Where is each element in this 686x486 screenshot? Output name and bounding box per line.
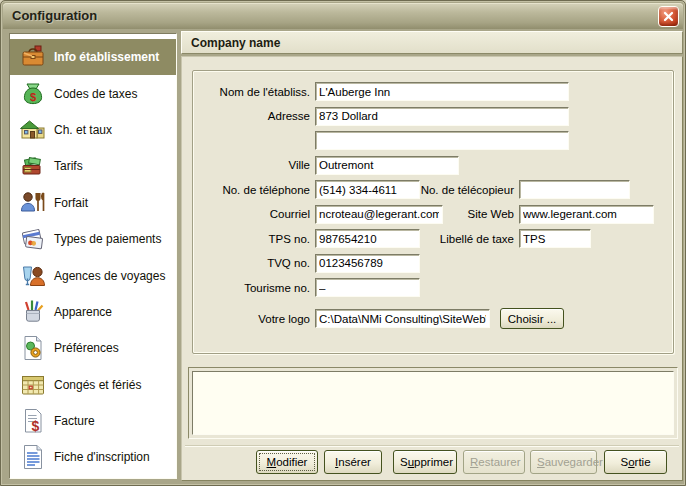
person-cutlery-icon [18, 188, 48, 218]
company-info-groupbox: Nom de l'établiss.AdresseVilleNo. de tél… [192, 70, 674, 354]
sortie-button[interactable]: Sortie [604, 450, 667, 474]
sidebar-item-label: Préférences [54, 341, 119, 355]
sidebar-item-label: Agences de voyages [54, 269, 165, 283]
form-row-nom: Nom de l'établiss. [193, 82, 673, 101]
sidebar-item-label: Facture [54, 414, 95, 428]
panel-header-title: Company name [191, 36, 280, 50]
label-nom: Nom de l'établiss. [193, 86, 315, 98]
input-tvq[interactable] [315, 254, 420, 273]
person-glass-icon [18, 261, 48, 291]
calendar-icon [18, 370, 48, 400]
form-row-telephone: No. de téléphoneNo. de télécopieur [193, 180, 673, 199]
label-siteweb: Site Web [329, 208, 519, 220]
label-libelle: Libellé de taxe [329, 233, 519, 245]
configuration-window: Configuration Info établissement$Codes d… [0, 0, 686, 486]
label-telephone: No. de téléphone [193, 184, 315, 196]
label-logo: Votre logo [193, 313, 315, 325]
sidebar-item-label: Ch. et taux [54, 123, 112, 137]
input-nom[interactable] [315, 82, 569, 101]
form-page-icon [18, 442, 48, 472]
form-row-tourisme: Tourisme no. [193, 278, 673, 297]
sidebar-nav: Info établissement$Codes de taxesCh. et … [9, 33, 177, 479]
input-tourisme[interactable] [315, 278, 420, 297]
form-subrow-siteweb: Site Web [329, 205, 654, 224]
window-title: Configuration [12, 8, 97, 23]
sidebar-item-briefcase[interactable]: Info établissement [10, 39, 176, 75]
sidebar-item-label: Codes de taxes [54, 87, 137, 101]
supprimer-button[interactable]: Supprimer [393, 450, 457, 474]
inserer-button[interactable]: Insérer [324, 450, 382, 474]
label-ville: Ville [193, 159, 315, 171]
invoice-icon: $ [18, 406, 48, 436]
form-subrow-telecopieur: No. de télécopieur [329, 180, 630, 199]
input-ville[interactable] [315, 156, 459, 175]
notes-box[interactable] [192, 371, 674, 435]
sidebar-item-house[interactable]: Ch. et taux [10, 112, 176, 148]
money-bag-icon: $ [18, 79, 48, 109]
sidebar-item-label: Info établissement [54, 50, 159, 64]
notes-panel [188, 367, 678, 439]
input-adresse[interactable] [315, 107, 569, 126]
house-icon [18, 115, 48, 145]
svg-text:$: $ [30, 90, 36, 102]
sidebar-item-form-page[interactable]: Fiche d'inscription [10, 439, 176, 475]
close-button[interactable] [658, 6, 679, 27]
modifier-button[interactable]: Modifier [256, 450, 318, 474]
sidebar-item-label: Types de paiements [54, 232, 161, 246]
input-siteweb[interactable] [519, 205, 654, 224]
choisir-button[interactable]: Choisir ... [500, 308, 564, 329]
label-tvq: TVQ no. [193, 257, 315, 269]
pencil-cup-icon [18, 297, 48, 327]
sidebar-item-cash-box[interactable]: Tarifs [10, 148, 176, 184]
sauvegarder-button[interactable]: Sauvegarder [530, 450, 597, 474]
svg-text:$: $ [32, 418, 40, 434]
sidebar-item-invoice[interactable]: $Facture [10, 403, 176, 439]
label-telecopieur: No. de télécopieur [329, 184, 519, 196]
titlebar[interactable]: Configuration [3, 3, 683, 29]
form-row-adresse2 [193, 131, 673, 150]
button-separator [185, 445, 679, 447]
sidebar-item-label: Fiche d'inscription [54, 450, 150, 464]
label-tourisme: Tourisme no. [193, 282, 315, 294]
form-subrow-libelle: Libellé de taxe [329, 229, 591, 248]
input-adresse2[interactable] [315, 131, 569, 150]
sidebar-item-money-bag[interactable]: $Codes de taxes [10, 75, 176, 111]
form-row-tvq: TVQ no. [193, 254, 673, 273]
sidebar-item-label: Tarifs [54, 159, 83, 173]
cash-box-icon [18, 151, 48, 181]
sidebar-item-label: Congés et fériés [54, 378, 141, 392]
input-libelle[interactable] [519, 229, 591, 248]
sidebar-item-label: Apparence [54, 305, 112, 319]
sidebar-item-page-gear[interactable]: Préférences [10, 330, 176, 366]
panel-header: Company name [181, 31, 683, 54]
main-panel: Nom de l'établiss.AdresseVilleNo. de tél… [181, 56, 683, 481]
label-courriel: Courriel [193, 208, 315, 220]
form-row-ville: Ville [193, 156, 673, 175]
restaurer-button[interactable]: Restaurer [463, 450, 525, 474]
form-row-logo: Votre logoChoisir ... [193, 309, 673, 328]
close-icon [663, 11, 674, 22]
sidebar-item-person-glass[interactable]: Agences de voyages [10, 257, 176, 293]
credit-cards-icon [18, 224, 48, 254]
sidebar-item-credit-cards[interactable]: Types de paiements [10, 221, 176, 257]
form-row-tps: TPS no.Libellé de taxe [193, 229, 673, 248]
form-row-adresse: Adresse [193, 107, 673, 126]
form-row-courriel: CourrielSite Web [193, 205, 673, 224]
input-logo[interactable] [315, 309, 490, 328]
label-tps: TPS no. [193, 233, 315, 245]
page-gear-icon [18, 333, 48, 363]
briefcase-icon [18, 42, 48, 72]
sidebar-item-pencil-cup[interactable]: Apparence [10, 294, 176, 330]
sidebar-item-calendar[interactable]: Congés et fériés [10, 367, 176, 403]
sidebar-item-person-cutlery[interactable]: Forfait [10, 185, 176, 221]
label-adresse: Adresse [193, 110, 315, 122]
action-button-row: ModifierInsérerSupprimerRestaurerSauvega… [182, 450, 682, 474]
sidebar-item-label: Forfait [54, 196, 88, 210]
input-telecopieur[interactable] [519, 180, 630, 199]
